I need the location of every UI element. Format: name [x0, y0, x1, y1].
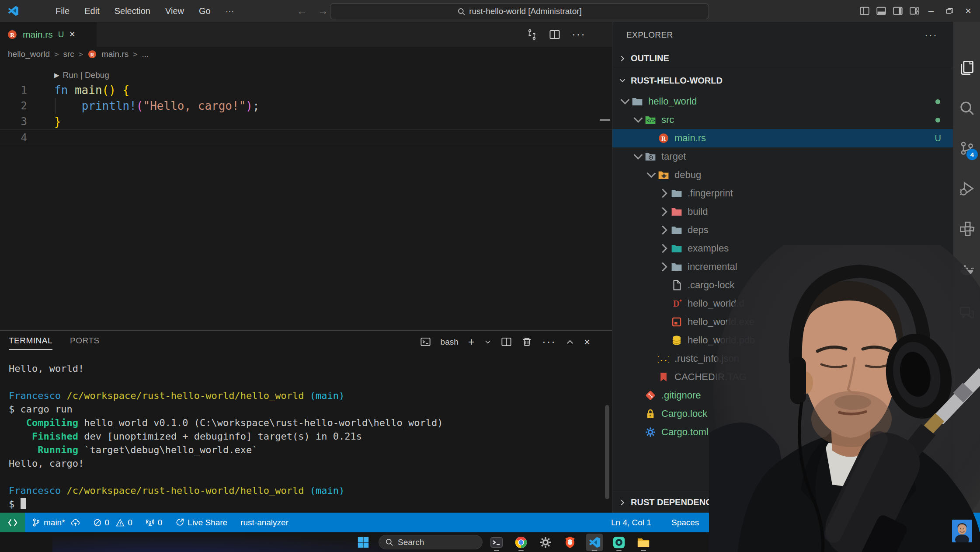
tree-item-hello-world-exe[interactable]: hello_world.exe: [612, 313, 953, 331]
menu-selection[interactable]: Selection: [109, 4, 156, 18]
codelens-run-debug[interactable]: ▶ Run | Debug: [54, 68, 109, 82]
panel-tab-terminal[interactable]: TERMINAL: [9, 336, 52, 350]
rust-dependencies-section[interactable]: RUST DEPENDENCI: [612, 492, 953, 513]
gear-icon: [645, 426, 656, 438]
taskbar-file-explorer[interactable]: [635, 534, 652, 551]
menu-file[interactable]: File: [50, 4, 75, 18]
folder-icon: [671, 224, 682, 236]
open-changes-icon[interactable]: [526, 29, 538, 40]
tree-item--gitignore[interactable]: .gitignore: [612, 386, 953, 405]
split-editor-icon[interactable]: [549, 29, 560, 40]
tree-item--fingerprint[interactable]: .fingerprint: [612, 184, 953, 203]
windows-start-button[interactable]: [357, 536, 370, 549]
menu-[interactable]: ···: [220, 4, 240, 18]
code-editor[interactable]: ▶ Run | Debug 1fn main() {2 println!("He…: [0, 62, 612, 330]
running-indicator: [518, 550, 524, 551]
taskbar-settings[interactable]: [537, 534, 554, 551]
taskbar-obs[interactable]: [610, 534, 628, 551]
branch-indicator[interactable]: main*: [31, 518, 80, 528]
folder-icon: [632, 96, 643, 107]
tree-item-cachedir-tag[interactable]: CACHEDIR.TAG: [612, 368, 953, 386]
terminal-output[interactable]: Hello, world!Francesco /c/workspace/rust…: [9, 362, 443, 511]
tree-item-build[interactable]: build: [612, 203, 953, 221]
toggle-sidebar-icon[interactable]: [859, 6, 870, 16]
tag-icon: [658, 371, 669, 383]
more-actions-icon[interactable]: ···: [572, 28, 586, 41]
terminal-dropdown-icon[interactable]: [484, 339, 491, 346]
indent-setting[interactable]: Spaces: [671, 513, 699, 532]
activity-extensions[interactable]: [953, 213, 980, 244]
code-line-3[interactable]: 3}: [0, 114, 612, 129]
tree-item-hello-world[interactable]: hello_world: [612, 92, 953, 111]
problems-indicator[interactable]: 0 0: [93, 518, 132, 528]
tree-item-debug[interactable]: debug: [612, 166, 953, 184]
tree-item-main-rs[interactable]: Rmain.rsU: [612, 129, 953, 147]
project-section-header[interactable]: RUST-HELLO-WORLD: [612, 69, 953, 92]
tree-item-target[interactable]: target: [612, 147, 953, 166]
code-line-1[interactable]: 1fn main() {: [0, 82, 612, 98]
ports-indicator[interactable]: 0: [146, 518, 163, 528]
customize-layout-icon[interactable]: [909, 6, 920, 16]
code-line-2[interactable]: 2 println!("Hello, cargo!");: [0, 98, 612, 114]
rust-icon: R: [658, 133, 669, 144]
tree-item--cargo-lock[interactable]: .cargo-lock: [612, 276, 953, 294]
toggle-panel-icon[interactable]: [876, 6, 886, 16]
menu-go[interactable]: Go: [193, 4, 216, 18]
activity-source-control[interactable]: 4: [953, 133, 980, 164]
split-terminal-icon[interactable]: [501, 336, 512, 347]
nav-back-arrow[interactable]: ←: [292, 5, 313, 17]
activity-search[interactable]: [953, 93, 980, 123]
outline-section[interactable]: OUTLINE: [612, 48, 953, 69]
activity-comments[interactable]: [953, 298, 980, 328]
tree-item-label: deps: [688, 224, 709, 236]
menu-view[interactable]: View: [160, 4, 190, 18]
taskbar-terminal-app[interactable]: [488, 534, 505, 551]
taskbar-search[interactable]: Search: [379, 535, 483, 549]
run-debug-icon: [959, 181, 975, 196]
tree-item-cargo-lock[interactable]: Cargo.lock: [612, 405, 953, 423]
tree-item-examples[interactable]: examples: [612, 239, 953, 258]
terminal-scrollbar[interactable]: [605, 405, 609, 499]
panel-tab-ports[interactable]: PORTS: [70, 336, 100, 350]
breadcrumb-item-mainrs[interactable]: main.rs: [101, 49, 129, 59]
command-center-search[interactable]: rust-hello-world [Administrator]: [330, 3, 709, 19]
remote-indicator[interactable]: [0, 513, 25, 532]
taskbar-chrome[interactable]: [512, 534, 530, 551]
tree-item-hello-world-d[interactable]: Dhello_world.d: [612, 294, 953, 313]
tab-close-icon[interactable]: ×: [70, 28, 75, 40]
breadcrumb-item-src[interactable]: src: [63, 49, 74, 59]
close-button[interactable]: ×: [963, 5, 974, 17]
tree-item-cargo-toml[interactable]: Cargo.toml: [612, 423, 953, 441]
shell-label[interactable]: bash: [441, 337, 459, 347]
maximize-panel-icon[interactable]: [566, 338, 574, 346]
taskbar-brave[interactable]: [561, 534, 579, 551]
new-terminal-icon[interactable]: +: [468, 335, 475, 349]
restore-button[interactable]: [942, 7, 956, 15]
tab-main-rs[interactable]: R main.rs U ×: [0, 22, 97, 47]
rust-analyzer-status[interactable]: rust-analyzer: [240, 518, 288, 528]
svg-text:R: R: [90, 52, 94, 58]
cursor-position[interactable]: Ln 4, Col 1: [611, 513, 651, 532]
breadcrumb-item-[interactable]: ...: [142, 49, 149, 59]
panel-more-icon[interactable]: ···: [542, 335, 556, 349]
breadcrumb[interactable]: hello_world>src>Rmain.rs>...: [0, 47, 612, 62]
code-line-4[interactable]: 4: [0, 129, 612, 145]
explorer-more-icon[interactable]: ···: [924, 29, 938, 41]
tree-item-hello-world-pdb[interactable]: hello_world.pdb: [612, 331, 953, 349]
tree-item-src[interactable]: </>src: [612, 111, 953, 129]
activity-files[interactable]: [953, 52, 980, 83]
activity-docker[interactable]: [953, 254, 980, 284]
close-panel-icon[interactable]: ×: [584, 336, 590, 348]
toggle-secondary-sidebar-icon[interactable]: [893, 6, 903, 16]
live-share-button[interactable]: Live Share: [175, 518, 227, 528]
activity-run-debug[interactable]: [953, 173, 980, 204]
tree-item-deps[interactable]: deps: [612, 221, 953, 239]
breadcrumb-separator: >: [54, 50, 59, 59]
menu-edit[interactable]: Edit: [79, 4, 105, 18]
breadcrumb-item-helloworld[interactable]: hello_world: [8, 49, 50, 59]
taskbar-vscode[interactable]: [586, 534, 603, 551]
kill-terminal-icon[interactable]: [521, 336, 532, 347]
minimize-button[interactable]: –: [926, 5, 936, 17]
tree-item--rustc-info-json[interactable]: {..}.rustc_info.json: [612, 349, 953, 368]
tree-item-incremental[interactable]: incremental: [612, 258, 953, 276]
